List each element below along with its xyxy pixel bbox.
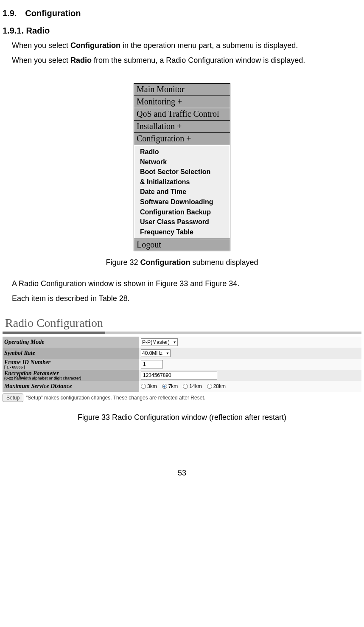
frame-id-input[interactable]: 1 (141, 360, 163, 368)
label-frame-id-range: [ 1 - 65535 ] (4, 366, 139, 369)
label-frame-id: Frame ID Number (4, 360, 139, 366)
radio-icon (162, 384, 167, 389)
page-number: 53 (3, 469, 361, 478)
setup-row: Setup “Setup” makes configuration change… (3, 394, 361, 402)
submenu: Radio Network Boot Sector Selection & In… (134, 145, 230, 239)
label-max-distance: Maximum Service Distance (4, 383, 139, 389)
figure-32-caption: Figure 32 Configuration submenu displaye… (3, 258, 361, 267)
select-value: P-P(Master) (142, 339, 170, 345)
option-label: 3km (147, 383, 157, 389)
submenu-item-configuration-backup[interactable]: Configuration Backup (140, 207, 230, 217)
menu-item-qos[interactable]: QoS and Traffic Control (134, 108, 230, 121)
text-bold: Configuration (70, 41, 120, 50)
submenu-item-initializations[interactable]: & Initializations (140, 177, 230, 187)
submenu-item-date-time[interactable]: Date and Time (140, 187, 230, 197)
menu-item-logout[interactable]: Logout (134, 239, 230, 251)
distance-option-28km[interactable]: 28km (207, 383, 226, 389)
distance-option-7km[interactable]: 7km (162, 383, 178, 389)
submenu-item-software-downloading[interactable]: Software Downloading (140, 197, 230, 207)
chevron-down-icon: ▼ (166, 351, 169, 355)
text-bold: Configuration (140, 258, 190, 267)
paragraph-4: Each item is described in Table 28. (12, 293, 361, 304)
encryption-input[interactable]: 1234567890 (141, 371, 217, 380)
submenu-item-user-class-password[interactable]: User Class Password (140, 217, 230, 227)
radio-configuration-panel: Radio Configuration Operating Mode P-P(M… (3, 316, 361, 402)
row-frame-id: Frame ID Number [ 1 - 65535 ] 1 (3, 359, 361, 370)
submenu-item-boot-sector[interactable]: Boot Sector Selection (140, 167, 230, 177)
distance-option-3km[interactable]: 3km (141, 383, 157, 389)
figure-33-caption: Figure 33 Radio Configuration window (re… (3, 413, 361, 422)
text: Figure 32 (106, 258, 140, 267)
menu-item-monitoring[interactable]: Monitoring + (134, 96, 230, 108)
text: submenu displayed (190, 258, 258, 267)
radio-icon (141, 384, 146, 389)
paragraph-2: When you select Radio from the submenu, … (12, 55, 361, 66)
label-operating-mode: Operating Mode (4, 339, 139, 345)
label-encryption-hint: (0-22 halfwidth alphabet or digit charac… (4, 377, 139, 380)
paragraph-1: When you select Configuration in the ope… (12, 40, 361, 51)
section-heading: 1.9. Configuration (3, 8, 361, 18)
panel-title: Radio Configuration (5, 316, 361, 330)
text: from the submenu, a Radio Configuration … (92, 56, 305, 65)
distance-option-14km[interactable]: 14km (183, 383, 202, 389)
row-max-service-distance: Maximum Service Distance 3km 7km 14km 28… (3, 381, 361, 392)
menu-item-main-monitor[interactable]: Main Monitor (134, 84, 230, 96)
submenu-item-frequency-table[interactable]: Frequency Table (140, 227, 230, 237)
radio-icon (183, 384, 188, 389)
radio-icon (207, 384, 212, 389)
row-symbol-rate: Symbol Rate 40.0MHz ▼ (3, 348, 361, 359)
option-label: 7km (168, 383, 178, 389)
menu-item-configuration[interactable]: Configuration + (134, 133, 230, 145)
subsection-heading: 1.9.1. Radio (3, 26, 361, 36)
setup-button[interactable]: Setup (3, 394, 23, 402)
operating-mode-select[interactable]: P-P(Master) ▼ (141, 338, 178, 346)
text: When you select (12, 41, 70, 50)
option-label: 14km (189, 383, 202, 389)
submenu-item-network[interactable]: Network (140, 157, 230, 167)
text: in the operation menu part, a submenu is… (120, 41, 298, 50)
select-value: 40.0MHz (142, 350, 162, 356)
menu-item-installation[interactable]: Installation + (134, 121, 230, 133)
symbol-rate-select[interactable]: 40.0MHz ▼ (141, 349, 171, 357)
label-encryption: Encryption Parameter (4, 371, 139, 377)
divider (3, 332, 361, 334)
option-label: 28km (213, 383, 226, 389)
label-symbol-rate: Symbol Rate (4, 350, 139, 356)
setup-note: “Setup” makes configuration changes. The… (26, 395, 205, 401)
chevron-down-icon: ▼ (173, 340, 176, 344)
row-operating-mode: Operating Mode P-P(Master) ▼ (3, 337, 361, 348)
row-encryption: Encryption Parameter (0-22 halfwidth alp… (3, 370, 361, 381)
submenu-item-radio[interactable]: Radio (140, 147, 230, 157)
text-bold: Radio (70, 56, 92, 65)
nav-menu: Main Monitor Monitoring + QoS and Traffi… (134, 83, 230, 251)
text: When you select (12, 56, 70, 65)
paragraph-3: A Radio Configuration window is shown in… (12, 278, 361, 290)
